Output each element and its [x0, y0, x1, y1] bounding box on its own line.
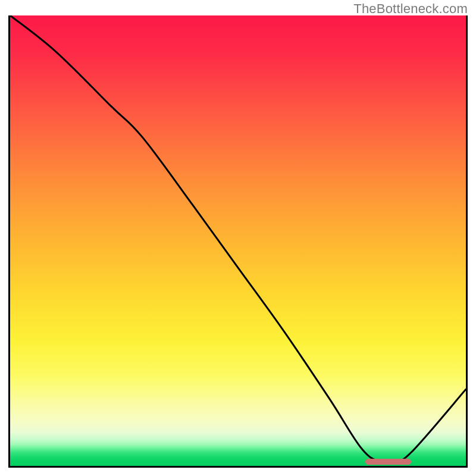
bottleneck-curve	[10, 15, 466, 466]
plot-area	[8, 15, 468, 468]
optimal-range-marker	[365, 459, 411, 465]
chart-canvas: TheBottleneck.com	[0, 0, 476, 476]
attribution-label: TheBottleneck.com	[353, 1, 468, 17]
